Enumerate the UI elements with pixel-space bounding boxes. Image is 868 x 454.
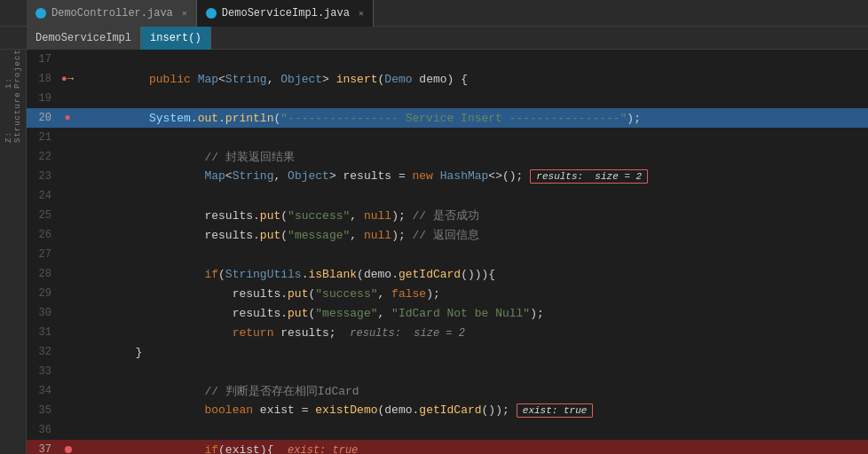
tab-label-active: DemoServiceImpl.java xyxy=(222,7,350,20)
java-icon-active xyxy=(206,8,217,19)
code-line-highlighted: 20 ● System.out.println("---------------… xyxy=(27,108,868,128)
structure-icon[interactable]: Z: Structure xyxy=(4,108,22,126)
code-lines: 17 18 ● → public Map<String, Object> ins… xyxy=(27,50,868,454)
code-line: 35 boolean exist = existDemo(demo.getIdC… xyxy=(27,401,868,420)
breadcrumb-bar: DemoServiceImpl insert() xyxy=(0,27,868,50)
side-panel: 1: Project Z: Structure xyxy=(0,50,27,454)
tab-close-icon[interactable]: ✕ xyxy=(182,8,187,19)
editor-area: 1: Project Z: Structure 17 18 ● → public… xyxy=(0,50,868,454)
code-editor: 17 18 ● → public Map<String, Object> ins… xyxy=(27,50,868,454)
tab-bar: DemoController.java ✕ DemoServiceImpl.ja… xyxy=(0,0,868,27)
code-line: 32 } xyxy=(27,342,868,362)
code-line: 26 results.put("message", null); // 返回信息 xyxy=(27,225,868,245)
breadcrumb-method[interactable]: insert() xyxy=(141,27,211,50)
tab-label: DemoController.java xyxy=(51,7,173,20)
tab-close-active-icon[interactable]: ✕ xyxy=(359,8,364,19)
code-line: 31 return results; results: size = 2 xyxy=(27,323,868,342)
project-icon[interactable]: 1: Project xyxy=(4,60,22,78)
tab-democontroller[interactable]: DemoController.java ✕ xyxy=(27,0,197,27)
breadcrumb-class[interactable]: DemoServiceImpl xyxy=(27,27,141,50)
code-line: 18 ● → public Map<String, Object> insert… xyxy=(27,69,868,89)
java-icon xyxy=(36,8,46,19)
code-line: 23 Map<String, Object> results = new Has… xyxy=(27,167,868,186)
tab-demoserviceimpl[interactable]: DemoServiceImpl.java ✕ xyxy=(197,0,374,27)
